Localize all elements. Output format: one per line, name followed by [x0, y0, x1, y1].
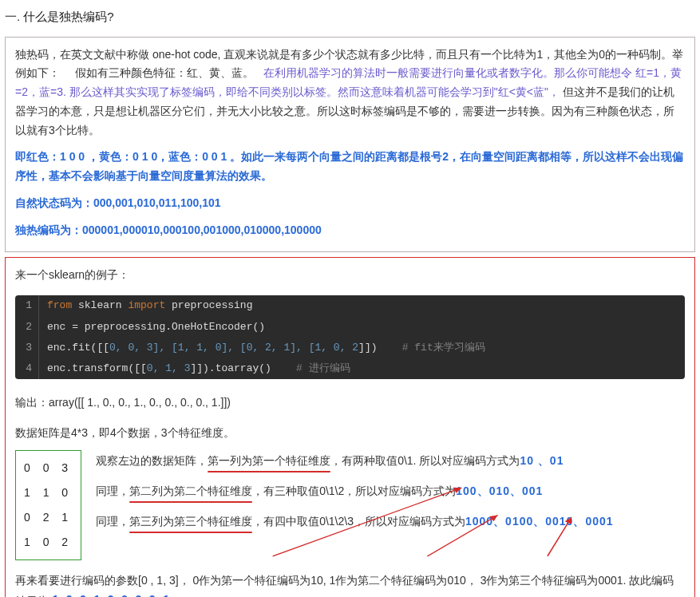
matrix-row: 1 0 2	[24, 530, 73, 555]
output-line: 输出：array([[ 1., 0., 0., 1., 0., 0., 0., …	[15, 393, 685, 413]
numbers: 0, 0, 3], [1, 1, 0], [0, 2, 1], [1, 0, 2	[109, 342, 358, 354]
encoding-values: 100、010、001	[456, 484, 543, 497]
text: 观察左边的数据矩阵，	[96, 454, 208, 467]
line-number: 4	[15, 358, 39, 379]
text: 同理，	[96, 515, 129, 528]
natural-code: 自然状态码为：000,001,010,011,100,101	[15, 194, 685, 213]
dims-line: 数据矩阵是4*3，即4个数据，3个特征维度。	[15, 424, 685, 443]
text: preprocessing	[165, 299, 252, 311]
code-line-2: enc = preprocessing.OneHotEncoder()	[39, 317, 273, 338]
code-block: 1 from sklearn import preprocessing 2 en…	[15, 295, 685, 378]
line-number: 3	[15, 338, 39, 358]
comment: # fit来学习编码	[402, 342, 485, 354]
code-line-3: enc.fit([[0, 0, 3], [1, 1, 0], [0, 2, 1]…	[39, 338, 493, 358]
comment: # 进行编码	[296, 362, 350, 374]
final-result: 再来看要进行编码的参数[0 , 1, 3]， 0作为第一个特征编码为10, 1作…	[15, 571, 685, 597]
text: enc.transform([[	[47, 362, 147, 374]
example-box: 来一个sklearn的例子： 1 from sklearn import pre…	[5, 257, 695, 597]
matrix-row: 0 0 3	[24, 456, 73, 480]
numbers: 0, 1, 3	[147, 362, 191, 374]
encoding-values: 10 、01	[520, 454, 564, 467]
explain-row-3: 同理，第三列为第三个特征维度，有四中取值0\1\2\3，所以对应编码方式为100…	[96, 512, 685, 532]
line-number: 1	[15, 295, 39, 316]
text: ，有两种取值0\1. 所以对应编码方式为	[330, 454, 520, 467]
kw-from: from	[47, 299, 72, 311]
matrix-explain-wrap: 0 0 3 1 1 0 0 2 1 1 0 2 观察左边的数据矩阵，第一列为第一…	[15, 450, 685, 559]
final-encoding: 1 0 0 1 0 0 0 0 1	[52, 594, 172, 597]
matrix-row: 0 2 1	[24, 505, 73, 530]
text: enc.fit([[	[47, 342, 109, 354]
intro-paragraph: 独热码，在英文文献中称做 one-hot code, 直观来说就是有多少个状态就…	[15, 45, 685, 140]
text: sklearn	[72, 299, 128, 311]
example-intro: 来一个sklearn的例子：	[15, 266, 685, 285]
encoding-example: 即红色：1 0 0 ，黄色：0 1 0，蓝色：0 0 1 。如此一来每两个向量之…	[15, 148, 685, 186]
kw-import: import	[128, 299, 165, 311]
text: 同理，	[96, 484, 129, 497]
underlined-text: 第二列为第二个特征维度	[129, 482, 252, 501]
matrix-row: 1 1 0	[24, 480, 73, 505]
code-line-4: enc.transform([[0, 1, 3]]).toarray() # 进…	[39, 358, 358, 379]
onehot-code: 独热编码为：000001,000010,000100,001000,010000…	[15, 221, 685, 240]
concept-box: 独热码，在英文文献中称做 one-hot code, 直观来说就是有多少个状态就…	[5, 37, 695, 252]
explain-row-2: 同理，第二列为第二个特征维度，有三种取值0\1\2，所以对应编码方式为100、0…	[96, 482, 685, 501]
explain-column: 观察左边的数据矩阵，第一列为第一个特征维度，有两种取值0\1. 所以对应编码方式…	[96, 450, 685, 542]
underlined-text: 第一列为第一个特征维度	[208, 452, 330, 471]
text: ，有三种取值0\1\2，所以对应编码方式为	[252, 484, 456, 497]
text: 假如有三种颜色特征：红、黄、蓝。	[75, 66, 254, 79]
text: ，有四中取值0\1\2\3，所以对应编码方式为	[252, 515, 465, 528]
line-number: 2	[15, 317, 39, 338]
section-heading: 一. 什么是独热编码?	[5, 6, 695, 27]
data-matrix: 0 0 3 1 1 0 0 2 1 1 0 2	[15, 450, 81, 559]
underlined-text: 第三列为第三个特征维度	[129, 512, 252, 532]
explain-row-1: 观察左边的数据矩阵，第一列为第一个特征维度，有两种取值0\1. 所以对应编码方式…	[96, 452, 685, 471]
text: ]])	[358, 342, 402, 354]
code-line-1: from sklearn import preprocessing	[39, 295, 260, 316]
text: ]]).toarray()	[190, 362, 296, 374]
encoding-values: 1000、0100、0010、0001	[465, 515, 614, 528]
